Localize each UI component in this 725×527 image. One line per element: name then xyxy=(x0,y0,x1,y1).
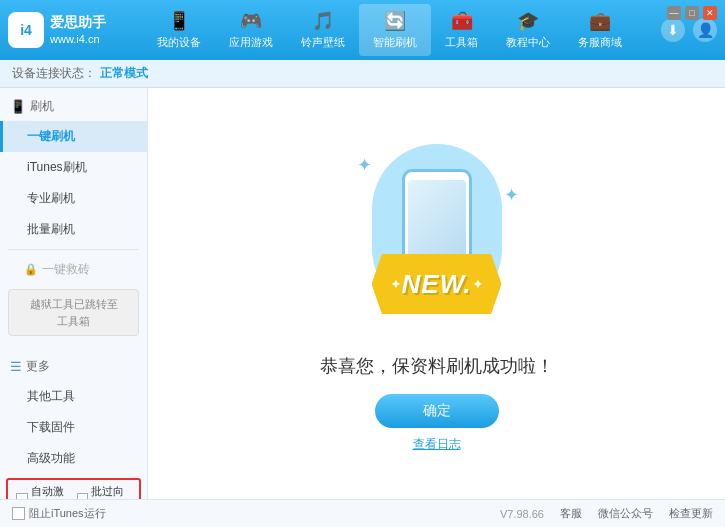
sidebar-item-pro-flash[interactable]: 专业刷机 xyxy=(0,183,147,214)
sidebar: 📱 刷机 一键刷机 iTunes刷机 专业刷机 批量刷机 🔒 一键救砖 越狱工具… xyxy=(0,88,148,499)
ringtones-icon: 🎵 xyxy=(312,10,334,32)
logo-icon: i4 xyxy=(8,12,44,48)
guide-import-label: 批过向导 xyxy=(91,484,131,499)
nav-tab-service-label: 务服商域 xyxy=(578,35,622,50)
user-button[interactable]: 👤 xyxy=(693,18,717,42)
advanced-label: 高级功能 xyxy=(27,451,75,465)
nav-tab-toolbox-label: 工具箱 xyxy=(445,35,478,50)
maximize-button[interactable]: □ xyxy=(685,6,699,20)
flash-section-header: 📱 刷机 xyxy=(0,92,147,121)
sidebar-item-one-key-flash[interactable]: 一键刷机 xyxy=(0,121,147,152)
sparkle-icon-2: ✦ xyxy=(504,184,519,206)
itunes-flash-label: iTunes刷机 xyxy=(27,160,87,174)
stop-itunes-checkbox[interactable] xyxy=(12,507,25,520)
apps-games-icon: 🎮 xyxy=(240,10,262,32)
status-value: 正常模式 xyxy=(100,65,148,82)
footer-left: 阻止iTunes运行 xyxy=(12,506,106,521)
one-key-rescue-label: 一键救砖 xyxy=(42,261,90,278)
nav-tab-service[interactable]: 💼 务服商域 xyxy=(564,4,636,56)
main-layout: 📱 刷机 一键刷机 iTunes刷机 专业刷机 批量刷机 🔒 一键救砖 越狱工具… xyxy=(0,88,725,499)
guide-import-checkbox[interactable]: 批过向导 xyxy=(77,484,132,499)
flash-section: 📱 刷机 一键刷机 iTunes刷机 专业刷机 批量刷机 🔒 一键救砖 越狱工具… xyxy=(0,92,147,340)
download-button[interactable]: ⬇ xyxy=(661,18,685,42)
brand-url: www.i4.cn xyxy=(50,32,106,47)
sidebar-item-other-tools[interactable]: 其他工具 xyxy=(0,381,147,412)
minimize-button[interactable]: — xyxy=(667,6,681,20)
sidebar-item-download-firmware[interactable]: 下载固件 xyxy=(0,412,147,443)
more-section-header: ☰ 更多 xyxy=(0,352,147,381)
lock-icon: 🔒 xyxy=(24,263,38,276)
star-right-icon: ✦ xyxy=(472,276,484,292)
batch-flash-label: 批量刷机 xyxy=(27,222,75,236)
footer-check-update[interactable]: 检查更新 xyxy=(669,506,713,521)
download-firmware-label: 下载固件 xyxy=(27,420,75,434)
smart-flash-icon: 🔄 xyxy=(384,10,406,32)
sidebar-item-one-key-rescue: 🔒 一键救砖 xyxy=(0,254,147,285)
auto-activate-checkbox-box[interactable] xyxy=(16,493,28,500)
more-section-label: 更多 xyxy=(26,358,50,375)
close-button[interactable]: ✕ xyxy=(703,6,717,20)
nav-tab-ringtones-label: 铃声壁纸 xyxy=(301,35,345,50)
jailbreak-notice-text: 越狱工具已跳转至工具箱 xyxy=(30,298,118,327)
success-illustration: ✦ ✦ ✦ NEW. ✦ xyxy=(347,134,527,334)
confirm-button[interactable]: 确定 xyxy=(375,394,499,428)
version-label: V7.98.66 xyxy=(500,508,544,520)
other-tools-label: 其他工具 xyxy=(27,389,75,403)
logo-area: i4 爱思助手 www.i4.cn xyxy=(8,12,118,48)
pro-flash-label: 专业刷机 xyxy=(27,191,75,205)
tutorial-icon: 🎓 xyxy=(517,10,539,32)
status-label: 设备连接状态： xyxy=(12,65,96,82)
stop-itunes-label: 阻止iTunes运行 xyxy=(29,506,106,521)
app-header: i4 爱思助手 www.i4.cn 📱 我的设备 🎮 应用游戏 🎵 铃声壁纸 🔄… xyxy=(0,0,725,60)
main-content: ✦ ✦ ✦ NEW. ✦ 恭喜您，保资料刷机成功啦！ 确定 查看日志 xyxy=(148,88,725,499)
more-section-icon: ☰ xyxy=(10,359,22,374)
more-section: ☰ 更多 其他工具 下载固件 高级功能 xyxy=(0,352,147,474)
nav-tab-ringtones[interactable]: 🎵 铃声壁纸 xyxy=(287,4,359,56)
footer: 阻止iTunes运行 V7.98.66 客服 微信公众号 检查更新 xyxy=(0,499,725,527)
nav-tab-tutorial[interactable]: 🎓 教程中心 xyxy=(492,4,564,56)
sidebar-item-advanced[interactable]: 高级功能 xyxy=(0,443,147,474)
toolbox-icon: 🧰 xyxy=(451,10,473,32)
nav-tab-apps-games-label: 应用游戏 xyxy=(229,35,273,50)
sidebar-item-itunes-flash[interactable]: iTunes刷机 xyxy=(0,152,147,183)
sidebar-divider-1 xyxy=(8,249,139,250)
nav-tabs: 📱 我的设备 🎮 应用游戏 🎵 铃声壁纸 🔄 智能刷机 🧰 工具箱 🎓 教程中心… xyxy=(118,4,661,56)
success-message: 恭喜您，保资料刷机成功啦！ xyxy=(320,354,554,378)
nav-tab-smart-flash[interactable]: 🔄 智能刷机 xyxy=(359,4,431,56)
header-right: ⬇ 👤 xyxy=(661,18,717,42)
flash-section-icon: 📱 xyxy=(10,99,26,114)
nav-tab-smart-flash-label: 智能刷机 xyxy=(373,35,417,50)
auto-activate-label: 自动激活 xyxy=(31,484,71,499)
nav-tab-tutorial-label: 教程中心 xyxy=(506,35,550,50)
auto-check-row: 自动激活 批过向导 xyxy=(6,478,141,499)
nav-tab-my-device[interactable]: 📱 我的设备 xyxy=(143,4,215,56)
footer-wechat-official[interactable]: 微信公众号 xyxy=(598,506,653,521)
sparkle-icon-1: ✦ xyxy=(357,154,372,176)
guide-import-checkbox-box[interactable] xyxy=(77,493,89,500)
auto-activate-checkbox[interactable]: 自动激活 xyxy=(16,484,71,499)
flash-section-label: 刷机 xyxy=(30,98,54,115)
window-controls: — □ ✕ xyxy=(667,6,717,20)
new-badge-text: NEW. xyxy=(402,269,472,300)
one-key-flash-label: 一键刷机 xyxy=(27,129,75,143)
log-link[interactable]: 查看日志 xyxy=(413,436,461,453)
service-icon: 💼 xyxy=(589,10,611,32)
footer-customer-service[interactable]: 客服 xyxy=(560,506,582,521)
new-ribbon: ✦ NEW. ✦ xyxy=(372,254,502,314)
nav-tab-my-device-label: 我的设备 xyxy=(157,35,201,50)
sidebar-item-batch-flash[interactable]: 批量刷机 xyxy=(0,214,147,245)
my-device-icon: 📱 xyxy=(168,10,190,32)
star-left-icon: ✦ xyxy=(390,276,402,292)
nav-tab-toolbox[interactable]: 🧰 工具箱 xyxy=(431,4,492,56)
logo-text: 爱思助手 www.i4.cn xyxy=(50,13,106,48)
jailbreak-notice: 越狱工具已跳转至工具箱 xyxy=(8,289,139,336)
nav-tab-apps-games[interactable]: 🎮 应用游戏 xyxy=(215,4,287,56)
brand-name: 爱思助手 xyxy=(50,13,106,33)
footer-right: V7.98.66 客服 微信公众号 检查更新 xyxy=(500,506,713,521)
status-bar: 设备连接状态： 正常模式 xyxy=(0,60,725,88)
